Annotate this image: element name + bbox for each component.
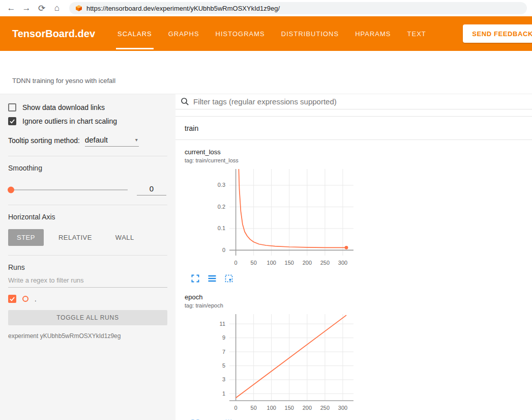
app-logo: TensorBoard.dev (12, 28, 95, 40)
experiment-id-note: experiment yKUbhb5wRmOSXYkId1z9eg (8, 332, 167, 340)
smoothing-section: Smoothing 0 (8, 156, 167, 205)
home-icon[interactable]: ⌂ (50, 2, 64, 15)
fit-domain-icon[interactable] (224, 274, 233, 283)
run-checkbox-checked-icon[interactable] (8, 295, 16, 303)
svg-text:200: 200 (303, 260, 312, 266)
runs-filter-input[interactable] (8, 271, 167, 288)
chart-title: current_loss (185, 148, 356, 156)
chart-tag: tag: train/current_loss (185, 157, 356, 164)
search-icon (181, 97, 189, 106)
tab-scalars[interactable]: SCALARS (109, 16, 160, 51)
svg-text:300: 300 (338, 260, 347, 266)
runs-section: Runs . TOGGLE ALL RUNS experiment yKUbhb… (8, 256, 167, 349)
chevron-down-icon: ▾ (135, 137, 138, 143)
svg-text:0: 0 (234, 260, 238, 266)
url-text: https://tensorboard.dev/experiment/yKUbh… (86, 5, 280, 12)
ignore-outliers-label: Ignore outliers in chart scaling (22, 117, 117, 125)
tensorboard-favicon-icon (75, 5, 82, 12)
settings-sidebar: Show data download links Ignore outliers… (0, 94, 175, 420)
svg-text:100: 100 (267, 405, 276, 411)
smoothing-value-field[interactable]: 0 (137, 184, 166, 195)
svg-text:150: 150 (285, 260, 294, 266)
experiment-subheader: TDNN training for yesno with icefall (0, 51, 532, 94)
svg-text:7: 7 (222, 349, 225, 355)
tab-hparams[interactable]: HPARAMS (347, 16, 399, 51)
checkbox-unchecked-icon (8, 103, 16, 111)
nav-tabs: SCALARS GRAPHS HISTOGRAMS DISTRIBUTIONS … (109, 16, 434, 51)
show-download-links-checkbox[interactable]: Show data download links (8, 103, 167, 111)
svg-text:9: 9 (222, 334, 225, 341)
svg-text:11: 11 (220, 321, 225, 327)
svg-text:300: 300 (338, 405, 347, 411)
charts-grid: current_loss tag: train/current_loss 050… (175, 140, 532, 420)
smoothing-slider-thumb[interactable] (8, 187, 14, 193)
horizontal-axis-section: Horizontal Axis STEP RELATIVE WALL (8, 205, 167, 256)
chart-toolbar (191, 274, 356, 283)
ignore-outliers-checkbox[interactable]: Ignore outliers in chart scaling (8, 117, 167, 125)
svg-text:50: 50 (251, 260, 257, 266)
svg-text:0.2: 0.2 (218, 204, 225, 210)
train-group-header[interactable]: train (175, 117, 532, 140)
data-table-icon[interactable] (208, 274, 217, 283)
axis-wall-button[interactable]: WALL (107, 229, 143, 246)
svg-text:250: 250 (320, 260, 330, 266)
tag-filter-row (175, 94, 532, 109)
run-color-swatch-icon (22, 296, 28, 302)
tooltip-sorting-label: Tooltip sorting method: (8, 136, 80, 145)
checkbox-checked-icon (8, 117, 16, 125)
back-icon[interactable]: ← (4, 2, 18, 15)
refresh-icon[interactable]: ⟳ (35, 2, 49, 15)
svg-text:100: 100 (267, 260, 276, 266)
svg-text:0: 0 (222, 247, 225, 253)
tab-graphs[interactable]: GRAPHS (160, 16, 208, 51)
send-feedback-button[interactable]: SEND FEEDBACK (463, 24, 532, 43)
smoothing-slider[interactable] (9, 189, 128, 190)
experiment-title: TDNN training for yesno with icefall (12, 77, 115, 85)
browser-toolbar: ← → ⟳ ⌂ https://tensorboard.dev/experime… (0, 0, 532, 16)
app-header: TensorBoard.dev SCALARS GRAPHS HISTOGRAM… (0, 16, 532, 51)
svg-text:0.1: 0.1 (218, 225, 225, 231)
tag-filter-input[interactable] (193, 97, 527, 106)
expand-chart-icon[interactable] (191, 274, 200, 283)
svg-text:0: 0 (234, 405, 238, 411)
smoothing-slider-row: 0 (8, 184, 167, 195)
svg-text:200: 200 (303, 405, 312, 411)
axis-relative-button[interactable]: RELATIVE (50, 229, 101, 246)
toggle-all-runs-button[interactable]: TOGGLE ALL RUNS (8, 310, 167, 325)
svg-text:0.3: 0.3 (218, 182, 225, 188)
address-bar[interactable]: https://tensorboard.dev/experiment/yKUbh… (69, 2, 527, 14)
tooltip-sorting-select[interactable]: default ▾ (85, 134, 139, 147)
run-list-item[interactable]: . (8, 295, 167, 303)
tooltip-sorting-value: default (85, 135, 108, 144)
tab-distributions[interactable]: DISTRIBUTIONS (273, 16, 347, 51)
content-area: Show data download links Ignore outliers… (0, 94, 532, 420)
axis-step-button[interactable]: STEP (8, 229, 44, 246)
runs-label: Runs (8, 263, 167, 271)
chart-title: epoch (185, 293, 356, 301)
svg-text:50: 50 (251, 405, 257, 411)
forward-icon[interactable]: → (19, 2, 34, 15)
chart-card-current-loss: current_loss tag: train/current_loss 050… (185, 148, 356, 283)
scalars-main: train current_loss tag: train/current_lo… (175, 94, 532, 420)
line-chart-epoch[interactable]: 0501001502002503001357911 (185, 311, 356, 418)
smoothing-label: Smoothing (8, 164, 167, 172)
chart-tag: tag: train/epoch (185, 302, 356, 309)
svg-text:5: 5 (222, 362, 225, 369)
run-name: . (35, 295, 37, 303)
svg-text:1: 1 (222, 390, 225, 397)
line-chart-current-loss[interactable]: 05010015020025030000.10.20.3 (185, 166, 356, 273)
chart-card-epoch: epoch tag: train/epoch 05010015020025030… (185, 293, 356, 420)
show-download-links-label: Show data download links (22, 103, 105, 111)
train-tag-group: train current_loss tag: train/current_lo… (175, 116, 532, 420)
tab-text[interactable]: TEXT (399, 16, 434, 51)
svg-text:150: 150 (285, 405, 294, 411)
horizontal-axis-label: Horizontal Axis (8, 213, 167, 221)
general-settings-section: Show data download links Ignore outliers… (8, 103, 167, 156)
svg-text:3: 3 (222, 376, 225, 382)
axis-button-group: STEP RELATIVE WALL (8, 229, 167, 246)
tooltip-sorting-row: Tooltip sorting method: default ▾ (8, 134, 167, 147)
tab-histograms[interactable]: HISTOGRAMS (208, 16, 273, 51)
svg-text:250: 250 (320, 405, 330, 411)
